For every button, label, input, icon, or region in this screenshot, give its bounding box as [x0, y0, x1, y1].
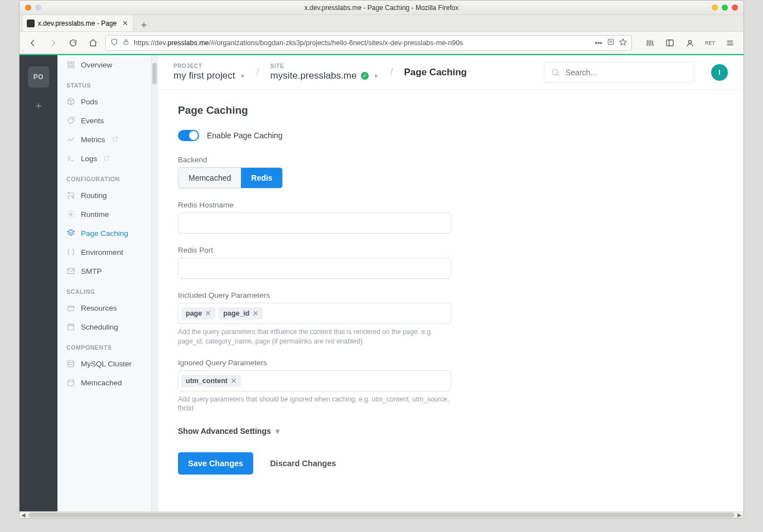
sidebar-item-overview[interactable]: Overview: [57, 55, 157, 74]
sidebar-item-routing[interactable]: Routing: [57, 186, 157, 205]
sidebar-item-label: Memcached: [81, 379, 122, 387]
menu-icon[interactable]: [722, 35, 738, 51]
account-icon[interactable]: [682, 35, 698, 51]
crumb-value: mysite.presslabs.me: [271, 70, 357, 81]
sidebar-icon[interactable]: [662, 35, 678, 51]
svg-point-32: [68, 360, 74, 362]
url-bar[interactable]: https://dev.presslabs.me/#/organizations…: [105, 35, 632, 51]
sidebar-item-environment[interactable]: Environment: [57, 243, 157, 262]
dot-icon: [35, 4, 41, 11]
redis-port-input[interactable]: [178, 258, 451, 279]
sidebar-item-label: MySQL Cluster: [81, 360, 132, 368]
url-text: https://dev.presslabs.me/#/organizations…: [134, 39, 591, 47]
svg-rect-28: [68, 324, 74, 330]
lock-icon[interactable]: [123, 38, 129, 47]
library-icon[interactable]: [642, 35, 658, 51]
sidebar-group-title: CONFIGURATION: [57, 168, 157, 186]
svg-rect-18: [71, 65, 74, 67]
field-label: Backend: [178, 156, 451, 164]
sidebar-scrollbar[interactable]: [151, 55, 157, 511]
sidebar-item-mysql[interactable]: MySQL Cluster: [57, 354, 157, 373]
scroll-right-icon[interactable]: ▶: [736, 512, 743, 518]
svg-point-33: [68, 379, 74, 381]
svg-point-24: [70, 213, 72, 215]
save-button[interactable]: Save Changes: [178, 452, 253, 475]
favicon-icon: [27, 20, 35, 27]
sidebar-item-events[interactable]: Events: [57, 111, 157, 130]
search-box[interactable]: [544, 62, 694, 83]
field-help: Add query parameters that should be igno…: [178, 395, 451, 414]
window-maximize-icon[interactable]: [722, 4, 728, 11]
nav-forward-button[interactable]: [45, 35, 61, 51]
tab-label: x.dev.presslabs.me - Page: [38, 20, 119, 27]
included-params-input[interactable]: page ✕ page_id ✕: [178, 303, 451, 324]
window-close-icon[interactable]: [732, 4, 738, 11]
nav-home-button[interactable]: [85, 35, 101, 51]
chevron-down-icon[interactable]: ▾: [373, 72, 379, 80]
crumb-separator: /: [384, 66, 398, 78]
tag: utm_content ✕: [181, 375, 241, 387]
sidebar: Overview STATUS Pods Events Metrics Logs: [57, 55, 158, 511]
svg-rect-27: [68, 306, 74, 311]
shield-icon[interactable]: [110, 38, 118, 47]
window-hscrollbar[interactable]: ◀ ▶: [20, 511, 743, 518]
sidebar-item-memcached[interactable]: Memcached: [57, 373, 157, 392]
browser-tab[interactable]: x.dev.presslabs.me - Page ✕: [22, 14, 133, 31]
field-label: Ignored Query Parameters: [178, 359, 451, 367]
sidebar-item-label: Page Caching: [81, 229, 128, 238]
scroll-left-icon[interactable]: ◀: [20, 512, 27, 518]
grid-icon: [66, 60, 75, 69]
chevron-down-icon: ▾: [276, 427, 279, 436]
crumb-separator: /: [251, 66, 265, 78]
chevron-down-icon[interactable]: ▾: [240, 72, 245, 80]
sidebar-item-pods[interactable]: Pods: [57, 92, 157, 111]
breadcrumb-project[interactable]: PROJECT my first project ▾: [173, 63, 245, 81]
breadcrumb-site[interactable]: SITE mysite.presslabs.me ▾: [271, 63, 379, 81]
content: Page Caching Enable Page Caching Backend…: [158, 90, 743, 511]
avatar[interactable]: I: [711, 64, 728, 81]
sidebar-item-scheduling[interactable]: Scheduling: [57, 317, 157, 336]
sidebar-item-runtime[interactable]: Runtime: [57, 205, 157, 224]
window-minimize-icon[interactable]: [712, 4, 718, 11]
enable-caching-toggle[interactable]: [178, 130, 199, 141]
backend-option-memcached[interactable]: Memcached: [178, 168, 241, 188]
sidebar-item-label: Overview: [81, 61, 112, 69]
remove-tag-icon[interactable]: ✕: [205, 309, 211, 317]
ignored-params-input[interactable]: utm_content ✕: [178, 370, 451, 391]
nav-back-button[interactable]: [25, 35, 41, 51]
svg-point-20: [72, 118, 73, 119]
field-label: Redis Hostname: [178, 201, 451, 209]
discard-button[interactable]: Discard Changes: [267, 458, 339, 468]
new-tab-button[interactable]: ＋: [136, 18, 152, 31]
sidebar-item-label: Pods: [81, 98, 98, 106]
svg-line-8: [653, 41, 653, 46]
browser-tab-strip: x.dev.presslabs.me - Page ✕ ＋: [20, 15, 743, 32]
redis-hostname-input[interactable]: [178, 212, 451, 234]
svg-rect-16: [71, 62, 74, 64]
gear-icon: [66, 210, 75, 219]
tab-close-icon[interactable]: ✕: [122, 19, 128, 27]
svg-point-11: [688, 40, 691, 43]
ellipsis-icon[interactable]: •••: [595, 39, 602, 47]
reader-mode-icon[interactable]: [607, 38, 615, 47]
add-org-button[interactable]: ＋: [33, 99, 44, 112]
org-badge[interactable]: PO: [28, 66, 49, 88]
svg-rect-1: [608, 39, 613, 44]
remove-tag-icon[interactable]: ✕: [231, 377, 236, 385]
sidebar-item-resources[interactable]: Resources: [57, 298, 157, 317]
nav-reload-button[interactable]: [65, 35, 81, 51]
sidebar-item-logs[interactable]: Logs: [57, 149, 157, 168]
search-input[interactable]: [564, 67, 687, 78]
backend-option-redis[interactable]: Redis: [241, 168, 282, 188]
sidebar-item-smtp[interactable]: SMTP: [57, 262, 157, 280]
sidebar-item-metrics[interactable]: Metrics: [57, 130, 157, 149]
terminal-icon: [66, 154, 75, 163]
browser-toolbar: https://dev.presslabs.me/#/organizations…: [20, 32, 743, 54]
extension-icon[interactable]: RET: [702, 35, 718, 51]
external-link-icon: [104, 154, 110, 163]
advanced-settings-toggle[interactable]: Show Advanced Settings ▾: [178, 427, 723, 436]
bookmark-star-icon[interactable]: [619, 38, 627, 47]
remove-tag-icon[interactable]: ✕: [253, 309, 258, 317]
sidebar-item-page-caching[interactable]: Page Caching: [57, 224, 157, 243]
svg-rect-9: [667, 40, 673, 46]
